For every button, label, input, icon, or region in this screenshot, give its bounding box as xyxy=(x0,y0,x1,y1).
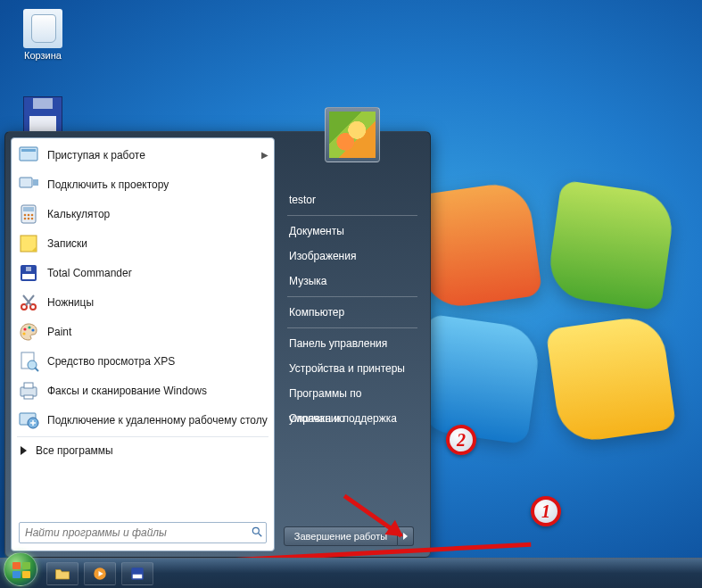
right-item-help[interactable]: Справка и поддержка xyxy=(280,406,425,431)
svg-rect-2 xyxy=(20,178,32,187)
start-item-label: Paint xyxy=(47,326,268,338)
right-item-user[interactable]: testor xyxy=(280,187,425,212)
start-item-snipping-tool[interactable]: Ножницы xyxy=(12,287,274,317)
right-item-control-panel[interactable]: Панель управления xyxy=(280,331,425,356)
start-item-label: Ножницы xyxy=(47,296,268,309)
fax-scan-icon xyxy=(17,379,40,402)
start-button[interactable] xyxy=(4,552,37,586)
xps-viewer-icon xyxy=(17,350,40,373)
svg-point-9 xyxy=(24,217,27,219)
start-item-calculator[interactable]: Калькулятор xyxy=(12,199,274,228)
start-item-label: Приступая к работе xyxy=(47,149,258,161)
start-item-label: Подключение к удаленному рабочему столу xyxy=(47,414,268,427)
recycle-bin-icon xyxy=(23,9,62,48)
all-programs-label: Все программы xyxy=(36,444,113,457)
floppy-icon xyxy=(23,96,62,136)
svg-point-8 xyxy=(31,213,34,216)
total-commander-icon xyxy=(128,566,146,582)
separator xyxy=(17,436,268,437)
svg-point-19 xyxy=(28,326,30,328)
start-item-label: Факсы и сканирование Windows xyxy=(47,385,268,397)
start-menu-program-list: Приступая к работе ▶ Подключить к проект… xyxy=(12,138,274,493)
start-menu-right-pane: testor Документы Изображения Музыка Комп… xyxy=(280,137,425,551)
annotation-badge-2: 2 xyxy=(446,425,476,455)
taskbar-pin-explorer[interactable] xyxy=(46,562,78,585)
right-item-documents[interactable]: Документы xyxy=(280,219,425,244)
svg-point-11 xyxy=(31,217,34,219)
start-item-total-commander[interactable]: Total Commander xyxy=(12,258,274,287)
svg-point-7 xyxy=(28,213,30,216)
svg-rect-25 xyxy=(24,383,33,388)
start-item-remote-desktop[interactable]: Подключение к удаленному рабочему столу xyxy=(12,405,274,435)
right-item-devices-printers[interactable]: Устройства и принтеры xyxy=(280,356,425,381)
svg-rect-32 xyxy=(133,575,143,579)
paint-icon xyxy=(17,320,40,344)
svg-rect-5 xyxy=(23,207,34,211)
media-player-icon xyxy=(91,566,109,582)
scissors-icon xyxy=(17,291,40,314)
desktop-icon-label: Корзина xyxy=(11,50,75,61)
right-item-music[interactable]: Музыка xyxy=(280,269,425,294)
start-item-getting-started[interactable]: Приступая к работе ▶ xyxy=(12,140,274,170)
start-menu: Приступая к работе ▶ Подключить к проект… xyxy=(4,131,431,558)
start-menu-left-pane: Приступая к работе ▶ Подключить к проект… xyxy=(11,137,275,551)
svg-point-10 xyxy=(28,217,30,219)
right-item-pictures[interactable]: Изображения xyxy=(280,244,425,269)
user-avatar-frame[interactable] xyxy=(325,107,380,162)
taskbar-pin-player[interactable] xyxy=(84,562,116,585)
separator xyxy=(287,296,417,297)
start-item-label: Total Commander xyxy=(47,267,268,279)
svg-point-18 xyxy=(23,327,26,330)
svg-rect-26 xyxy=(24,395,33,399)
start-item-label: Калькулятор xyxy=(47,208,268,220)
svg-rect-3 xyxy=(33,179,38,186)
right-item-default-programs[interactable]: Программы по умолчанию xyxy=(280,381,425,406)
windows-logo-icon xyxy=(12,562,30,578)
user-avatar-icon xyxy=(329,112,376,158)
triangle-right-icon xyxy=(21,446,27,455)
search-input[interactable] xyxy=(20,526,248,539)
folder-icon xyxy=(54,566,71,582)
start-item-sticky-notes[interactable]: Записки xyxy=(12,228,274,258)
taskbar xyxy=(0,558,702,588)
separator xyxy=(287,215,417,216)
remote-desktop-icon xyxy=(17,409,40,432)
all-programs-button[interactable]: Все программы xyxy=(12,439,274,462)
svg-point-6 xyxy=(24,213,27,216)
start-item-label: Подключить к проектору xyxy=(47,178,268,191)
projector-icon xyxy=(17,173,40,196)
chevron-right-icon: ▶ xyxy=(261,150,268,160)
start-item-fax-scan[interactable]: Факсы и сканирование Windows xyxy=(12,376,274,405)
start-item-paint[interactable]: Paint xyxy=(12,317,274,346)
shutdown-button[interactable]: Завершение работы xyxy=(284,526,398,546)
start-item-label: Средство просмотра XPS xyxy=(47,355,268,368)
wallpaper-windows-logo xyxy=(419,187,669,437)
taskbar-pin-totalcmd[interactable] xyxy=(121,562,153,585)
annotation-badge-1: 1 xyxy=(531,496,561,526)
desktop: Корзина Приступая к работе ▶ Подключить … xyxy=(0,0,702,588)
start-item-xps-viewer[interactable]: Средство просмотра XPS xyxy=(12,346,274,376)
sticky-notes-icon xyxy=(17,232,40,255)
svg-rect-15 xyxy=(26,267,31,271)
start-menu-search[interactable] xyxy=(19,522,267,543)
start-item-label: Записки xyxy=(47,237,268,250)
separator xyxy=(287,327,417,328)
svg-point-21 xyxy=(22,332,25,335)
calculator-icon xyxy=(17,203,40,226)
svg-point-29 xyxy=(252,527,259,534)
getting-started-icon xyxy=(17,144,40,167)
desktop-icon-recycle-bin[interactable]: Корзина xyxy=(11,9,75,61)
svg-rect-14 xyxy=(22,274,35,279)
total-commander-icon xyxy=(17,261,40,285)
search-icon xyxy=(248,526,266,541)
start-item-projector[interactable]: Подключить к проектору xyxy=(12,170,274,199)
right-item-computer[interactable]: Компьютер xyxy=(280,300,425,325)
svg-point-20 xyxy=(31,328,34,331)
svg-rect-1 xyxy=(21,149,36,152)
